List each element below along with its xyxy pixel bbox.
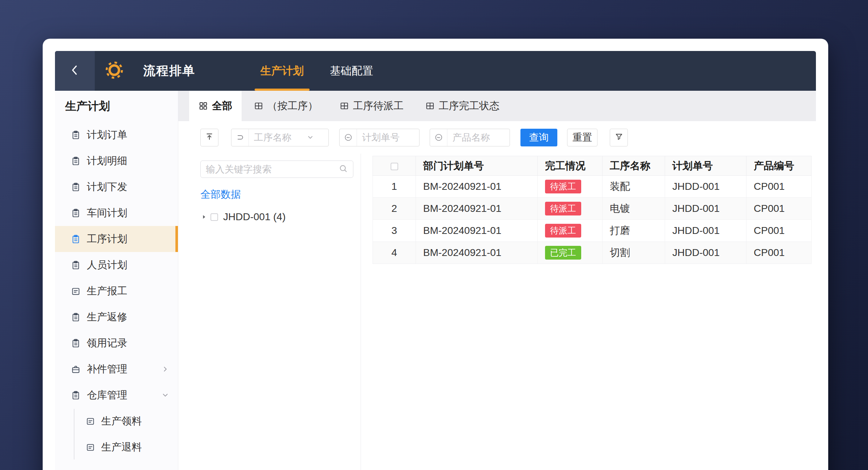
sidebar-item-label: 生产退料 xyxy=(101,440,178,454)
hierarchy-icon xyxy=(231,129,249,146)
table-icon xyxy=(425,101,435,111)
sidebar-item-requisition-record[interactable]: 领用记录 xyxy=(55,330,178,356)
table-row[interactable]: 1 BM-20240921-01 待派工 装配 JHDD-001 CP001 xyxy=(373,176,812,198)
status-badge: 待派工 xyxy=(545,202,581,215)
col-header-process-name[interactable]: 工序名称 xyxy=(603,156,665,176)
sidebar-item-process-plan[interactable]: 工序计划 xyxy=(55,226,178,252)
card-icon xyxy=(86,416,95,426)
sidebar-item-label: 生产领料 xyxy=(101,414,178,428)
product-name-input[interactable] xyxy=(447,132,510,143)
sidebar-item-spare-parts[interactable]: 补件管理 xyxy=(55,356,178,382)
sidebar-item-material-return[interactable]: 生产退料 xyxy=(55,434,178,460)
view-tab-label: 全部 xyxy=(212,99,232,113)
view-tab-bar: 全部 （按工序） 工序待派工 工序完工状态 xyxy=(178,91,816,121)
cell-process-name: 电镀 xyxy=(603,198,665,220)
select-all-checkbox[interactable] xyxy=(391,163,398,170)
col-header-dept-plan-no[interactable]: 部门计划单号 xyxy=(416,156,538,176)
navbar-tabs: 生产计划 基础配置 xyxy=(257,51,377,91)
reset-button[interactable]: 重置 xyxy=(567,129,597,146)
row-index: 2 xyxy=(373,198,416,220)
caret-right-icon[interactable] xyxy=(200,213,208,221)
sidebar-item-label: 生产报工 xyxy=(87,284,169,298)
table-row[interactable]: 2 BM-20240921-01 待派工 电镀 JHDD-001 CP001 xyxy=(373,198,812,220)
tree-search-box xyxy=(200,161,353,178)
chevron-right-icon xyxy=(161,365,169,373)
table-header-row: 部门计划单号 完工情况 工序名称 计划单号 产品编号 xyxy=(373,156,812,176)
process-name-select-field[interactable] xyxy=(249,132,328,143)
view-tab-completion-status[interactable]: 工序完工状态 xyxy=(416,91,509,121)
view-tab-pending-dispatch[interactable]: 工序待派工 xyxy=(330,91,413,121)
query-button[interactable]: 查询 xyxy=(520,129,557,146)
plan-no-input-group xyxy=(339,129,420,146)
collapse-button[interactable] xyxy=(200,129,218,146)
table-icon xyxy=(340,101,349,111)
match-mode-icon[interactable] xyxy=(430,129,447,146)
app-frame: 流程排单 生产计划 基础配置 生产计划 计划订单 计划明细 xyxy=(55,51,816,470)
tree-node-jhdd001[interactable]: JHDD-001 (4) xyxy=(200,211,353,223)
clipboard-icon xyxy=(71,156,81,166)
cell-dept-plan-no: BM-20240921-01 xyxy=(416,198,538,220)
warehouse-submenu: 生产领料 生产退料 xyxy=(55,408,178,460)
clipboard-icon xyxy=(71,338,81,348)
clipboard-icon xyxy=(71,182,81,192)
sidebar-item-label: 生产返修 xyxy=(87,310,169,324)
table-panel: 部门计划单号 完工情况 工序名称 计划单号 产品编号 1 xyxy=(361,154,816,470)
sidebar-item-workshop-plan[interactable]: 车间计划 xyxy=(55,200,178,226)
clipboard-icon xyxy=(71,208,81,218)
nav-tab-production-plan[interactable]: 生产计划 xyxy=(257,51,307,91)
sidebar-item-personnel-plan[interactable]: 人员计划 xyxy=(55,252,178,278)
table-row[interactable]: 3 BM-20240921-01 待派工 打磨 JHDD-001 CP001 xyxy=(373,220,812,242)
all-data-link[interactable]: 全部数据 xyxy=(200,188,241,201)
match-mode-icon[interactable] xyxy=(340,129,357,146)
sidebar-item-warehouse[interactable]: 仓库管理 xyxy=(55,382,178,408)
content-row: 全部数据 JHDD-001 (4) xyxy=(178,154,816,470)
sidebar-item-label: 工序计划 xyxy=(87,232,169,246)
col-header-status[interactable]: 完工情况 xyxy=(538,156,603,176)
tree-node-label: JHDD-001 (4) xyxy=(223,211,286,223)
cell-product-code: CP001 xyxy=(746,198,812,220)
sidebar-title: 生产计划 xyxy=(55,91,178,122)
status-badge: 待派工 xyxy=(545,224,581,238)
sidebar-item-plan-detail[interactable]: 计划明细 xyxy=(55,148,178,174)
row-index: 3 xyxy=(373,220,416,242)
col-header-product-code[interactable]: 产品编号 xyxy=(746,156,812,176)
cell-product-code: CP001 xyxy=(746,176,812,198)
chevron-left-icon xyxy=(69,64,81,77)
process-name-input[interactable] xyxy=(249,132,307,143)
sidebar-item-plan-order[interactable]: 计划订单 xyxy=(55,122,178,148)
sidebar-item-label: 人员计划 xyxy=(87,258,169,272)
card-icon xyxy=(71,286,81,296)
view-tab-label: 工序完工状态 xyxy=(439,99,499,113)
row-index: 1 xyxy=(373,176,416,198)
sidebar-item-material-pick[interactable]: 生产领料 xyxy=(55,408,178,434)
view-tab-all[interactable]: 全部 xyxy=(189,91,242,121)
filter-button[interactable] xyxy=(610,129,628,146)
top-navbar: 流程排单 生产计划 基础配置 xyxy=(55,51,816,91)
sidebar-item-production-report[interactable]: 生产报工 xyxy=(55,278,178,304)
view-tab-label: （按工序） xyxy=(267,99,318,113)
table-row[interactable]: 4 BM-20240921-01 已完工 切割 JHDD-001 CP001 xyxy=(373,242,812,264)
back-button[interactable] xyxy=(55,51,95,91)
status-badge: 已完工 xyxy=(545,246,581,260)
clipboard-icon xyxy=(71,312,81,322)
clipboard-icon xyxy=(71,260,81,270)
sidebar-item-production-rework[interactable]: 生产返修 xyxy=(55,304,178,330)
cell-product-code: CP001 xyxy=(746,242,812,264)
clipboard-icon xyxy=(71,130,81,140)
nav-tab-basic-config[interactable]: 基础配置 xyxy=(326,51,377,91)
plan-no-input[interactable] xyxy=(357,132,419,143)
view-tab-by-process[interactable]: （按工序） xyxy=(244,91,327,121)
product-name-input-group xyxy=(430,129,510,146)
process-name-select[interactable] xyxy=(231,129,329,146)
row-index: 4 xyxy=(373,242,416,264)
cell-process-name: 切割 xyxy=(603,242,665,264)
funnel-icon xyxy=(614,132,624,143)
cell-plan-no: JHDD-001 xyxy=(665,242,746,264)
tree-panel: 全部数据 JHDD-001 (4) xyxy=(178,154,361,470)
tree-search-input[interactable] xyxy=(206,164,339,175)
tree-node-checkbox[interactable] xyxy=(210,213,218,221)
cell-dept-plan-no: BM-20240921-01 xyxy=(416,176,538,198)
sidebar-item-label: 计划订单 xyxy=(87,128,169,142)
sidebar-item-plan-dispatch[interactable]: 计划下发 xyxy=(55,174,178,200)
col-header-plan-no[interactable]: 计划单号 xyxy=(665,156,746,176)
